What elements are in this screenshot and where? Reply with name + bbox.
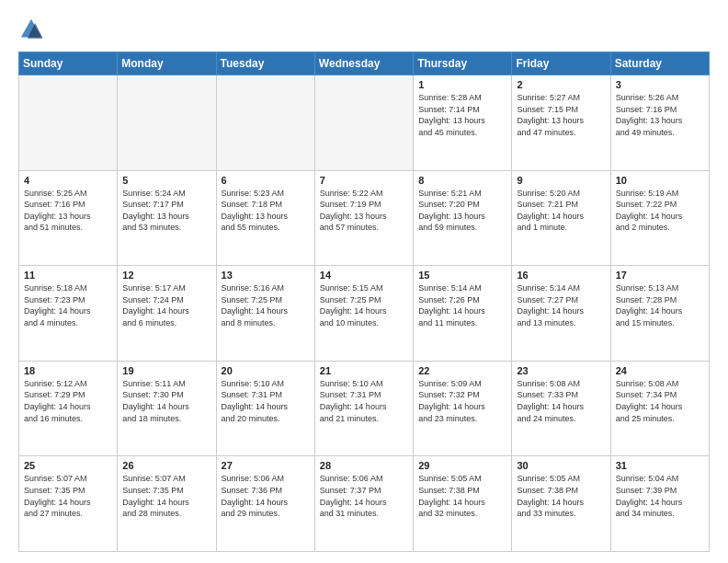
calendar-cell: 26Sunrise: 5:07 AM Sunset: 7:35 PM Dayli… [118,456,216,552]
day-info: Sunrise: 5:08 AM Sunset: 7:34 PM Dayligh… [616,378,704,424]
day-number: 7 [320,175,408,186]
day-info: Sunrise: 5:05 AM Sunset: 7:38 PM Dayligh… [418,473,506,519]
calendar-cell: 23Sunrise: 5:08 AM Sunset: 7:33 PM Dayli… [512,361,610,456]
day-info: Sunrise: 5:13 AM Sunset: 7:28 PM Dayligh… [616,282,704,328]
weekday-header-thursday: Thursday [414,52,512,75]
day-info: Sunrise: 5:06 AM Sunset: 7:36 PM Dayligh… [222,473,310,519]
day-number: 19 [122,365,210,376]
day-info: Sunrise: 5:16 AM Sunset: 7:25 PM Dayligh… [222,282,310,328]
day-info: Sunrise: 5:14 AM Sunset: 7:26 PM Dayligh… [418,282,506,328]
day-info: Sunrise: 5:26 AM Sunset: 7:16 PM Dayligh… [616,92,704,138]
day-number: 29 [418,460,506,471]
day-info: Sunrise: 5:15 AM Sunset: 7:25 PM Dayligh… [320,282,408,328]
calendar-cell [19,75,118,171]
day-number: 2 [517,79,605,90]
day-info: Sunrise: 5:10 AM Sunset: 7:31 PM Dayligh… [222,378,310,424]
header [18,17,710,42]
weekday-header-tuesday: Tuesday [216,52,314,75]
day-number: 4 [24,175,112,186]
logo-icon [18,17,44,42]
calendar-cell: 6Sunrise: 5:23 AM Sunset: 7:18 PM Daylig… [216,170,314,266]
day-info: Sunrise: 5:23 AM Sunset: 7:18 PM Dayligh… [222,188,310,234]
calendar-cell: 29Sunrise: 5:05 AM Sunset: 7:38 PM Dayli… [414,456,512,552]
calendar-week-5: 25Sunrise: 5:07 AM Sunset: 7:35 PM Dayli… [19,456,710,552]
calendar-cell: 1Sunrise: 5:28 AM Sunset: 7:14 PM Daylig… [414,75,512,171]
calendar-cell: 25Sunrise: 5:07 AM Sunset: 7:35 PM Dayli… [19,456,118,552]
day-number: 13 [222,270,310,281]
calendar-cell: 3Sunrise: 5:26 AM Sunset: 7:16 PM Daylig… [610,75,709,171]
calendar-week-2: 4Sunrise: 5:25 AM Sunset: 7:16 PM Daylig… [19,170,710,266]
logo [18,17,48,42]
calendar-cell: 11Sunrise: 5:18 AM Sunset: 7:23 PM Dayli… [19,266,118,362]
day-number: 24 [616,365,704,376]
day-number: 16 [517,270,605,281]
calendar-cell: 19Sunrise: 5:11 AM Sunset: 7:30 PM Dayli… [118,361,216,456]
day-number: 27 [222,460,310,471]
weekday-header-saturday: Saturday [610,52,709,75]
calendar-cell: 4Sunrise: 5:25 AM Sunset: 7:16 PM Daylig… [19,170,118,266]
weekday-header-wednesday: Wednesday [314,52,413,75]
day-info: Sunrise: 5:10 AM Sunset: 7:31 PM Dayligh… [320,378,408,424]
calendar-cell: 17Sunrise: 5:13 AM Sunset: 7:28 PM Dayli… [610,266,709,362]
weekday-header-friday: Friday [512,52,610,75]
calendar-cell: 30Sunrise: 5:05 AM Sunset: 7:38 PM Dayli… [512,456,610,552]
day-number: 31 [616,460,704,471]
day-number: 25 [24,460,112,471]
calendar-cell: 27Sunrise: 5:06 AM Sunset: 7:36 PM Dayli… [216,456,314,552]
calendar-cell: 28Sunrise: 5:06 AM Sunset: 7:37 PM Dayli… [314,456,413,552]
day-number: 1 [418,79,506,90]
day-info: Sunrise: 5:22 AM Sunset: 7:19 PM Dayligh… [320,188,408,234]
calendar-week-1: 1Sunrise: 5:28 AM Sunset: 7:14 PM Daylig… [19,75,710,171]
calendar-week-3: 11Sunrise: 5:18 AM Sunset: 7:23 PM Dayli… [19,266,710,362]
day-number: 20 [222,365,310,376]
day-info: Sunrise: 5:14 AM Sunset: 7:27 PM Dayligh… [517,282,605,328]
day-number: 6 [222,175,310,186]
day-number: 23 [517,365,605,376]
calendar-cell: 22Sunrise: 5:09 AM Sunset: 7:32 PM Dayli… [414,361,512,456]
calendar-cell: 21Sunrise: 5:10 AM Sunset: 7:31 PM Dayli… [314,361,413,456]
calendar-week-4: 18Sunrise: 5:12 AM Sunset: 7:29 PM Dayli… [19,361,710,456]
calendar-cell [118,75,216,171]
calendar-cell: 20Sunrise: 5:10 AM Sunset: 7:31 PM Dayli… [216,361,314,456]
day-number: 9 [517,175,605,186]
day-number: 3 [616,79,704,90]
calendar-cell [216,75,314,171]
calendar-cell [314,75,413,171]
day-info: Sunrise: 5:25 AM Sunset: 7:16 PM Dayligh… [24,188,112,234]
calendar-cell: 15Sunrise: 5:14 AM Sunset: 7:26 PM Dayli… [414,266,512,362]
day-info: Sunrise: 5:12 AM Sunset: 7:29 PM Dayligh… [24,378,112,424]
calendar-cell: 31Sunrise: 5:04 AM Sunset: 7:39 PM Dayli… [610,456,709,552]
calendar-cell: 16Sunrise: 5:14 AM Sunset: 7:27 PM Dayli… [512,266,610,362]
day-number: 14 [320,270,408,281]
calendar-cell: 24Sunrise: 5:08 AM Sunset: 7:34 PM Dayli… [610,361,709,456]
calendar-cell: 9Sunrise: 5:20 AM Sunset: 7:21 PM Daylig… [512,170,610,266]
day-info: Sunrise: 5:28 AM Sunset: 7:14 PM Dayligh… [418,92,506,138]
day-number: 10 [616,175,704,186]
day-info: Sunrise: 5:07 AM Sunset: 7:35 PM Dayligh… [24,473,112,519]
day-number: 18 [24,365,112,376]
day-number: 15 [418,270,506,281]
day-info: Sunrise: 5:05 AM Sunset: 7:38 PM Dayligh… [517,473,605,519]
day-number: 30 [517,460,605,471]
day-number: 17 [616,270,704,281]
day-number: 12 [122,270,210,281]
day-info: Sunrise: 5:20 AM Sunset: 7:21 PM Dayligh… [517,188,605,234]
calendar-cell: 5Sunrise: 5:24 AM Sunset: 7:17 PM Daylig… [118,170,216,266]
day-info: Sunrise: 5:27 AM Sunset: 7:15 PM Dayligh… [517,92,605,138]
day-number: 5 [122,175,210,186]
day-number: 22 [418,365,506,376]
calendar-cell: 13Sunrise: 5:16 AM Sunset: 7:25 PM Dayli… [216,266,314,362]
day-number: 8 [418,175,506,186]
page: SundayMondayTuesdayWednesdayThursdayFrid… [0,0,728,563]
calendar-cell: 14Sunrise: 5:15 AM Sunset: 7:25 PM Dayli… [314,266,413,362]
day-info: Sunrise: 5:18 AM Sunset: 7:23 PM Dayligh… [24,282,112,328]
calendar-cell: 10Sunrise: 5:19 AM Sunset: 7:22 PM Dayli… [610,170,709,266]
day-info: Sunrise: 5:07 AM Sunset: 7:35 PM Dayligh… [122,473,210,519]
day-info: Sunrise: 5:06 AM Sunset: 7:37 PM Dayligh… [320,473,408,519]
day-number: 26 [122,460,210,471]
day-info: Sunrise: 5:11 AM Sunset: 7:30 PM Dayligh… [122,378,210,424]
day-info: Sunrise: 5:19 AM Sunset: 7:22 PM Dayligh… [616,188,704,234]
calendar-cell: 2Sunrise: 5:27 AM Sunset: 7:15 PM Daylig… [512,75,610,171]
day-number: 21 [320,365,408,376]
day-info: Sunrise: 5:17 AM Sunset: 7:24 PM Dayligh… [122,282,210,328]
